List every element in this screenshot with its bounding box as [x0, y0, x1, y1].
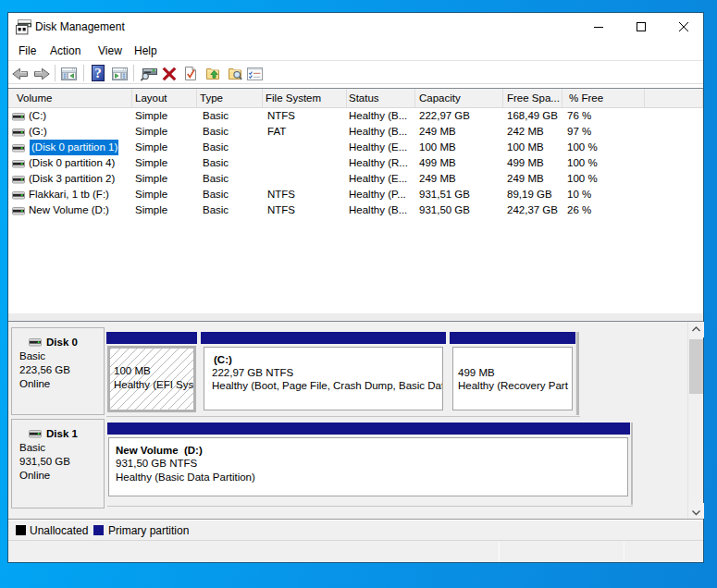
- svg-text:?: ?: [94, 66, 102, 80]
